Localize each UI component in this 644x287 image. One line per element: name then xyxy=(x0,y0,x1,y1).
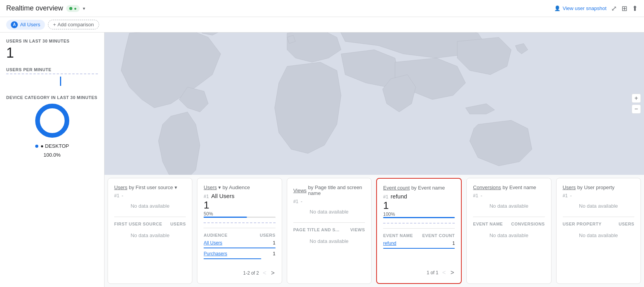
audience-prev-btn[interactable]: < xyxy=(262,269,267,277)
audience-name-1[interactable]: All Users xyxy=(204,240,222,246)
audience-dashed-line xyxy=(204,222,275,223)
card-title-link[interactable]: Users xyxy=(114,184,127,190)
conv-no-data-2: No data available xyxy=(473,228,545,243)
zoom-in-button[interactable]: + xyxy=(632,94,641,103)
share-icon[interactable]: ⬆ xyxy=(632,4,638,13)
world-map-svg xyxy=(104,32,644,175)
users-per-minute-section: USERS PER MINUTE xyxy=(6,67,98,89)
event-progress-container xyxy=(383,217,455,218)
event-col2: EVENT COUNT xyxy=(422,233,455,238)
page-divider xyxy=(293,222,365,223)
users-per-minute-label: USERS PER MINUTE xyxy=(6,67,98,72)
view-snapshot-button[interactable]: 👤 View user snapshot xyxy=(554,5,606,11)
zoom-out-button[interactable]: − xyxy=(632,104,641,114)
card-title-first-user-source: Users by First user source ▾ xyxy=(114,184,186,190)
users-label: USERS IN LAST 30 MINUTES xyxy=(6,39,98,43)
user-property-card: Users by User property #1 - No data avai… xyxy=(556,178,641,284)
avatar: A xyxy=(11,21,18,28)
donut-legend: ● DESKTOP xyxy=(35,143,69,149)
prop-rank-value: - xyxy=(570,193,572,198)
users-value: 1 xyxy=(6,45,98,61)
event-bar-1 xyxy=(383,248,455,249)
add-comparison-button[interactable]: + Add comparison xyxy=(48,20,99,29)
card-title-link-views[interactable]: Views xyxy=(293,188,307,193)
prop-divider xyxy=(563,217,634,217)
audience-main-value: 1 xyxy=(204,199,275,211)
all-users-label: All Users xyxy=(20,22,40,27)
first-user-source-card: Users by First user source ▾ #1 - No dat… xyxy=(108,178,192,284)
card-title-link-conversions[interactable]: Conversions xyxy=(473,184,501,190)
audience-name-2[interactable]: Purchasers xyxy=(204,251,227,256)
users-section: USERS IN LAST 30 MINUTES 1 xyxy=(6,39,98,61)
conv-divider xyxy=(473,217,545,217)
map-and-cards: + − Users by First user source ▾ #1 - No… xyxy=(104,32,644,287)
card-title-link-user-prop[interactable]: Users xyxy=(563,184,576,190)
event-progress-bar xyxy=(383,217,455,218)
divider-2 xyxy=(204,228,275,228)
event-col1: EVENT NAME xyxy=(383,233,413,238)
audience-table-header: AUDIENCE USERS xyxy=(204,231,275,239)
col1-header: FIRST USER SOURCE xyxy=(114,222,162,226)
audience-percent: 50% xyxy=(204,211,275,217)
event-dashed-line xyxy=(383,223,455,224)
table-header: FIRST USER SOURCE USERS xyxy=(114,220,186,228)
page-rank-value: - xyxy=(301,198,302,204)
snapshot-icon: 👤 xyxy=(554,5,560,11)
prop-table-header: USER PROPERTY USERS xyxy=(563,220,634,228)
event-name-1[interactable]: refund xyxy=(383,241,396,246)
filters-row: A All Users + Add comparison xyxy=(0,17,644,32)
device-section: DEVICE CATEGORY IN LAST 30 MINUTES ● DES… xyxy=(6,95,98,158)
event-prev-btn[interactable]: < xyxy=(442,268,447,277)
users-per-minute-chart xyxy=(6,73,98,89)
page-col2: VIEWS xyxy=(350,227,365,232)
desktop-legend-dot xyxy=(35,145,38,148)
event-rank-value: refund xyxy=(391,193,407,200)
prop-col1: USER PROPERTY xyxy=(563,222,602,226)
page-table-header: PAGE TITLE AND S... VIEWS xyxy=(293,226,365,234)
event-row-1: refund 1 xyxy=(383,239,455,247)
plus-icon: + xyxy=(53,22,56,27)
event-main-value: 1 xyxy=(383,200,455,212)
chevron-down-icon[interactable]: ▾ xyxy=(83,6,85,11)
grid-icon[interactable]: ⊞ xyxy=(622,4,627,13)
zoom-controls: + − xyxy=(632,94,641,114)
col2-header: USERS xyxy=(170,222,186,226)
card-title-user-prop: Users by User property xyxy=(563,184,634,190)
event-percent: 100% xyxy=(383,212,455,217)
status-text: ● xyxy=(74,6,77,11)
prop-col2: USERS xyxy=(619,222,634,226)
expand-icon[interactable]: ⤢ xyxy=(611,4,617,13)
card-title-link-audience[interactable]: Users xyxy=(204,184,217,190)
audience-bar-2 xyxy=(204,258,261,259)
card-title-link-event[interactable]: Event count xyxy=(383,185,410,191)
page-title-card: Views by Page title and screen name #1 -… xyxy=(287,178,372,284)
audience-card: Users ▾ by Audience #1 All Users 1 50% A… xyxy=(197,178,282,284)
rank-label: #1 xyxy=(114,193,119,198)
audience-rank-value: All Users xyxy=(211,193,235,199)
audience-col2: USERS xyxy=(260,233,275,237)
conv-no-data: No data available xyxy=(473,198,545,214)
device-label: DEVICE CATEGORY IN LAST 30 MINUTES xyxy=(6,95,98,100)
card-title-event: Event count by Event name xyxy=(383,185,455,191)
audience-col1: AUDIENCE xyxy=(204,233,227,237)
event-next-btn[interactable]: > xyxy=(450,268,455,277)
view-snapshot-label: View user snapshot xyxy=(563,5,606,11)
donut-chart: ● DESKTOP 100.0% xyxy=(6,101,98,158)
audience-pagination: 1-2 of 2 xyxy=(243,270,259,276)
audience-bar-1 xyxy=(204,248,275,248)
header-right: 👤 View user snapshot ⤢ ⊞ ⬆ xyxy=(554,4,638,13)
all-users-chip[interactable]: A All Users xyxy=(6,20,45,30)
event-footer: 1 of 1 < > xyxy=(383,268,455,277)
audience-row-2: Purchasers 1 xyxy=(204,250,275,258)
rank-label-prop: #1 xyxy=(563,193,568,198)
page-col1: PAGE TITLE AND S... xyxy=(293,227,340,232)
rank-label-conv: #1 xyxy=(473,193,478,198)
chart-bar xyxy=(60,77,61,86)
event-count-1: 1 xyxy=(452,241,455,246)
header: Realtime overview ● ▾ 👤 View user snapsh… xyxy=(0,0,644,17)
status-badge: ● xyxy=(66,5,80,12)
audience-row-1: All Users 1 xyxy=(204,239,275,247)
rank-value: - xyxy=(122,193,123,198)
audience-next-btn[interactable]: > xyxy=(270,269,275,277)
audience-footer: 1-2 of 2 < > xyxy=(204,269,275,277)
